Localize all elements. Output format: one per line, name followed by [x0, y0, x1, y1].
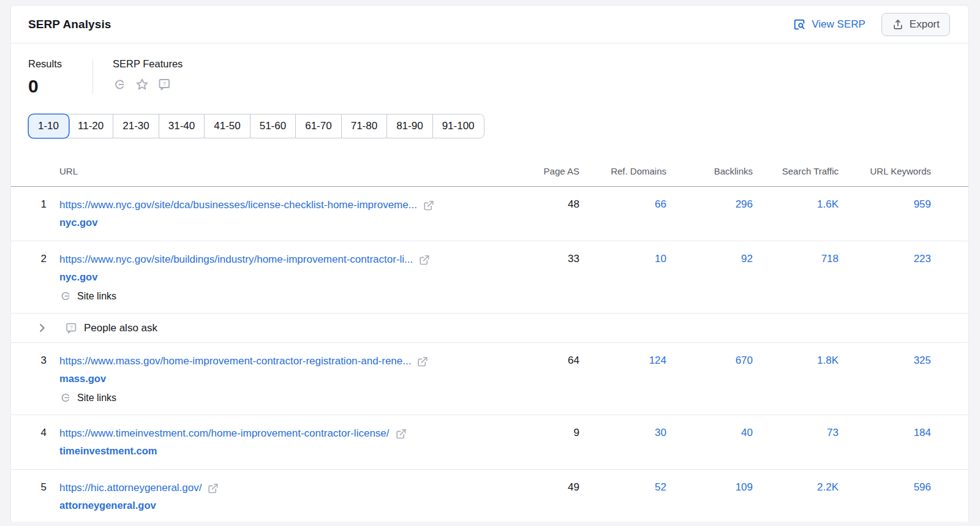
url-keywords-link[interactable]: 184: [914, 427, 931, 438]
ref-domains-link[interactable]: 10: [655, 253, 666, 265]
serp-features-block: SERP Features ?: [93, 58, 183, 96]
pagination: 1-1011-2021-3031-4041-5051-6061-7071-808…: [28, 114, 484, 138]
serp-results-table: URL Page AS Ref. Domains Backlinks Searc…: [11, 157, 968, 522]
result-url-cell: https://www.nyc.gov/site/buildings/indus…: [59, 252, 524, 302]
ref-domains-link[interactable]: 124: [649, 355, 666, 366]
header-actions: View SERP Export: [793, 13, 950, 36]
search-traffic-link[interactable]: 718: [821, 253, 839, 265]
pagination-range-91-100[interactable]: 91-100: [433, 115, 484, 138]
table-header-row: URL Page AS Ref. Domains Backlinks Searc…: [11, 157, 968, 187]
pagination-range-21-30[interactable]: 21-30: [113, 115, 159, 138]
backlinks-link[interactable]: 40: [741, 427, 753, 438]
external-link-icon[interactable]: [207, 483, 219, 494]
search-traffic-link[interactable]: 1.8K: [817, 355, 839, 366]
page-as-value: 9: [524, 426, 579, 439]
column-header-backlinks: Backlinks: [666, 166, 753, 176]
site-links-label: Site links: [77, 393, 116, 404]
result-url-link[interactable]: https://hic.attorneygeneral.gov/: [59, 480, 202, 496]
page-as-value: 64: [524, 353, 579, 367]
result-domain-link[interactable]: mass.gov: [59, 370, 106, 386]
search-traffic-link[interactable]: 1.6K: [817, 198, 839, 210]
result-url-link[interactable]: https://www.mass.gov/home-improvement-co…: [59, 353, 411, 369]
people-also-ask-icon: ?: [64, 321, 78, 335]
serp-feature-label: People also ask: [84, 322, 157, 334]
result-url-link[interactable]: https://www.nyc.gov/site/dca/businesses/…: [59, 197, 417, 213]
results-block: Results 0: [28, 58, 92, 96]
pagination-range-41-50[interactable]: 41-50: [205, 115, 250, 138]
result-domain-link[interactable]: nyc.gov: [59, 214, 97, 230]
result-position: 3: [28, 353, 59, 367]
search-traffic-link[interactable]: 2.2K: [817, 481, 839, 493]
result-position: 5: [28, 480, 59, 494]
external-link-icon[interactable]: [423, 200, 434, 211]
ref-domains-link[interactable]: 52: [655, 481, 666, 493]
view-serp-icon: [793, 18, 806, 31]
site-links-badge: Site links: [59, 391, 524, 404]
pagination-range-11-20[interactable]: 11-20: [69, 115, 113, 138]
result-url-link[interactable]: https://www.timeinvestment.com/home-impr…: [59, 426, 390, 441]
result-url-cell: https://www.timeinvestment.com/home-impr…: [59, 426, 524, 459]
ref-domains-link[interactable]: 66: [655, 198, 666, 210]
export-icon: [892, 18, 904, 31]
url-keywords-link[interactable]: 223: [914, 253, 931, 265]
sitelinks-icon[interactable]: [113, 77, 127, 92]
column-header-url: URL: [59, 166, 524, 176]
backlinks-link[interactable]: 670: [736, 355, 753, 366]
col-spacer: [28, 166, 59, 176]
page-as-value: 48: [524, 197, 579, 211]
serp-analysis-card: SERP Analysis View SERP: [10, 5, 969, 522]
export-label: Export: [910, 18, 940, 31]
page-title: SERP Analysis: [28, 18, 111, 31]
result-position: 1: [28, 197, 59, 211]
chevron-right-icon[interactable]: [36, 322, 48, 334]
page-as-value: 49: [524, 480, 579, 494]
column-header-url-keywords: URL Keywords: [839, 166, 931, 176]
external-link-icon[interactable]: [417, 356, 428, 367]
view-serp-label: View SERP: [812, 18, 865, 31]
result-position: 2: [28, 252, 59, 265]
pagination-range-51-60[interactable]: 51-60: [251, 115, 296, 138]
card-header: SERP Analysis View SERP: [11, 6, 968, 43]
table-body: 1 https://www.nyc.gov/site/dca/businesse…: [11, 187, 968, 522]
table-row: 4 https://www.timeinvestment.com/home-im…: [11, 415, 968, 470]
svg-text:?: ?: [163, 80, 166, 87]
svg-text:?: ?: [70, 324, 73, 330]
search-traffic-link[interactable]: 73: [827, 427, 839, 438]
url-keywords-link[interactable]: 959: [914, 198, 931, 210]
url-keywords-link[interactable]: 325: [914, 355, 931, 366]
serp-feature-icons: ?: [113, 77, 183, 92]
export-button[interactable]: Export: [881, 13, 950, 36]
table-row: 3 https://www.mass.gov/home-improvement-…: [11, 343, 968, 415]
pagination-range-61-70[interactable]: 61-70: [296, 115, 341, 138]
pagination-range-31-40[interactable]: 31-40: [159, 115, 205, 138]
external-link-icon[interactable]: [418, 254, 430, 266]
star-icon[interactable]: [135, 77, 149, 92]
external-link-icon[interactable]: [395, 428, 407, 440]
pagination-range-1-10[interactable]: 1-10: [29, 115, 69, 138]
result-url-cell: https://www.nyc.gov/site/dca/businesses/…: [59, 197, 524, 230]
pagination-range-71-80[interactable]: 71-80: [342, 115, 387, 138]
serp-features-label: SERP Features: [113, 58, 183, 70]
table-row: 2 https://www.nyc.gov/site/buildings/ind…: [11, 241, 968, 314]
backlinks-link[interactable]: 92: [741, 253, 753, 265]
url-keywords-link[interactable]: 596: [914, 481, 931, 493]
result-domain-link[interactable]: attorneygeneral.gov: [59, 497, 156, 513]
result-domain-link[interactable]: timeinvestment.com: [59, 443, 157, 459]
people-also-ask-icon[interactable]: ?: [157, 77, 172, 92]
site-links-label: Site links: [77, 291, 116, 302]
sitelinks-icon: [59, 391, 72, 404]
result-url-link[interactable]: https://www.nyc.gov/site/buildings/indus…: [59, 252, 413, 268]
column-header-page-as: Page AS: [524, 166, 579, 176]
backlinks-link[interactable]: 296: [736, 198, 753, 210]
view-serp-link[interactable]: View SERP: [793, 18, 865, 31]
column-header-ref-domains: Ref. Domains: [579, 166, 666, 176]
page-as-value: 33: [524, 252, 579, 265]
pagination-range-81-90[interactable]: 81-90: [387, 115, 432, 138]
result-url-cell: https://hic.attorneygeneral.gov/ attorne…: [59, 480, 524, 513]
sitelinks-icon: [59, 290, 72, 302]
result-url-cell: https://www.mass.gov/home-improvement-co…: [59, 353, 524, 404]
backlinks-link[interactable]: 109: [736, 481, 753, 493]
result-domain-link[interactable]: nyc.gov: [59, 269, 97, 285]
ref-domains-link[interactable]: 30: [655, 427, 666, 438]
summary-section: Results 0 SERP Features: [11, 43, 968, 96]
